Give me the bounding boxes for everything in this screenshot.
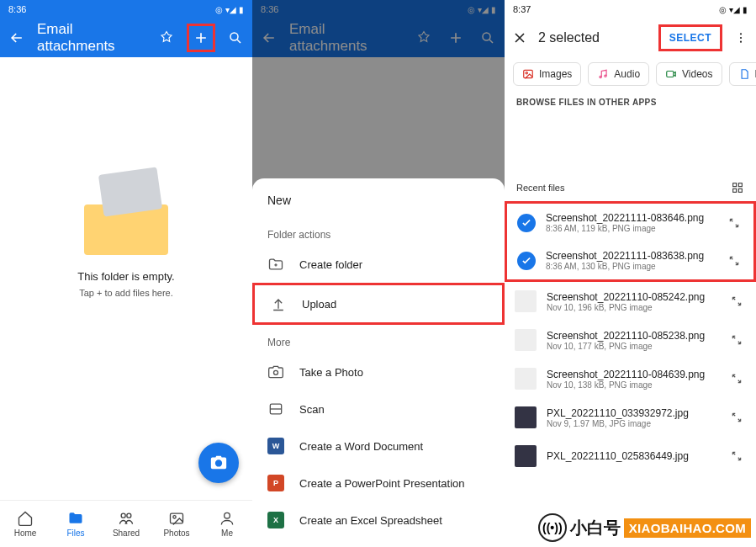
svg-point-14 xyxy=(600,76,601,77)
file-row[interactable]: Screenshot_20221110-085242.pngNov 10, 19… xyxy=(505,282,756,321)
svg-rect-18 xyxy=(738,183,742,187)
svg-point-9 xyxy=(740,33,742,35)
expand-icon[interactable] xyxy=(731,295,746,307)
chip-audio[interactable]: Audio xyxy=(588,62,649,86)
status-icons: ◎ ▾◢ ▮ xyxy=(215,5,244,14)
selection-bar: 2 selected SELECT xyxy=(505,19,756,57)
file-thumbnail xyxy=(515,368,537,390)
expand-icon[interactable] xyxy=(731,373,746,385)
file-list: Screenshot_20221111-083646.png 8:36 AM, … xyxy=(505,201,756,475)
brand-symbol: ((•)) xyxy=(538,513,567,542)
add-button[interactable] xyxy=(187,24,215,52)
powerpoint-icon: P xyxy=(267,475,284,491)
fab-camera[interactable] xyxy=(198,443,239,483)
nav-shared[interactable]: Shared xyxy=(101,501,151,547)
excel-icon: X xyxy=(267,512,284,528)
app-bar: Email attachments xyxy=(0,19,252,57)
nav-photos[interactable]: Photos xyxy=(151,501,202,547)
empty-folder-illustration xyxy=(76,171,177,255)
recent-header: Recent files xyxy=(505,114,756,201)
expand-icon[interactable] xyxy=(728,217,743,229)
status-bar: 8:36 ◎ ▾◢ ▮ xyxy=(0,0,252,19)
status-time: 8:37 xyxy=(513,4,531,14)
browse-header: BROWSE FILES IN OTHER APPS xyxy=(505,94,756,114)
sheet-upload[interactable]: Upload xyxy=(252,283,505,325)
expand-icon[interactable] xyxy=(731,450,746,462)
expand-icon[interactable] xyxy=(728,255,743,267)
svg-point-11 xyxy=(740,41,742,43)
svg-point-13 xyxy=(526,72,527,74)
action-sheet: New Folder actions Create folder Upload … xyxy=(252,178,505,547)
status-bar: 8:37 ◎ ▾◢ ▮ xyxy=(505,0,756,19)
empty-state: This folder is empty. Tap + to add files… xyxy=(0,57,252,411)
file-row[interactable]: Screenshot_20221111-083646.png 8:36 AM, … xyxy=(507,204,753,242)
sheet-scan[interactable]: Scan xyxy=(252,390,505,428)
status-time: 8:36 xyxy=(8,4,26,14)
page-title: Email attachments xyxy=(37,21,146,55)
brand-cn: 小白号 xyxy=(570,517,621,539)
check-icon xyxy=(517,214,536,232)
selection-count: 2 selected xyxy=(538,30,648,45)
svg-rect-12 xyxy=(524,70,533,77)
svg-rect-17 xyxy=(733,183,737,187)
sheet-section-more: More xyxy=(252,325,505,353)
svg-point-15 xyxy=(605,75,606,77)
svg-point-4 xyxy=(173,516,176,518)
svg-rect-20 xyxy=(738,189,742,192)
sheet-excel[interactable]: X Create an Excel Spreadsheet xyxy=(252,502,505,539)
file-row[interactable]: PXL_20221110_025836449.jpg xyxy=(505,437,756,475)
premium-icon[interactable] xyxy=(155,26,178,50)
brand-en: XIAOBAIHAO.COM xyxy=(624,518,751,538)
close-icon[interactable] xyxy=(511,29,528,46)
back-icon[interactable] xyxy=(5,26,29,50)
file-row[interactable]: Screenshot_20221110-085238.pngNov 10, 17… xyxy=(505,321,756,359)
file-thumbnail xyxy=(515,290,537,312)
filter-chips: Images Audio Videos Documents xyxy=(505,57,756,94)
file-thumbnail xyxy=(515,445,537,467)
svg-point-1 xyxy=(121,513,125,518)
sheet-create-folder[interactable]: Create folder xyxy=(252,246,505,283)
status-icons: ◎ ▾◢ ▮ xyxy=(719,5,748,14)
chip-videos[interactable]: Videos xyxy=(656,62,722,86)
grid-view-icon[interactable] xyxy=(731,181,744,194)
nav-files[interactable]: Files xyxy=(50,501,101,547)
svg-point-0 xyxy=(230,33,238,40)
sheet-new[interactable]: New xyxy=(252,178,505,217)
svg-point-5 xyxy=(225,512,230,518)
search-icon[interactable] xyxy=(224,26,247,50)
empty-subtitle: Tap + to add files here. xyxy=(79,288,173,298)
svg-point-10 xyxy=(740,37,742,39)
sheet-word[interactable]: W Create a Word Document xyxy=(252,428,505,465)
file-row[interactable]: Screenshot_20221110-084639.pngNov 10, 13… xyxy=(505,359,756,398)
chip-documents[interactable]: Documents xyxy=(729,62,756,86)
word-icon: W xyxy=(267,438,284,454)
nav-home[interactable]: Home xyxy=(0,501,50,547)
check-icon xyxy=(517,252,536,270)
sheet-take-photo[interactable]: Take a Photo xyxy=(252,353,505,390)
file-thumbnail xyxy=(515,406,537,428)
chip-images[interactable]: Images xyxy=(513,62,581,86)
svg-rect-19 xyxy=(733,189,737,192)
expand-icon[interactable] xyxy=(731,334,746,346)
sheet-section-folder-actions: Folder actions xyxy=(252,217,505,246)
svg-rect-16 xyxy=(667,72,674,77)
nav-me[interactable]: Me xyxy=(202,501,252,547)
file-thumbnail xyxy=(515,329,537,351)
more-icon[interactable] xyxy=(732,31,749,45)
file-row[interactable]: PXL_20221110_033932972.jpgNov 9, 1.97 MB… xyxy=(505,398,756,437)
svg-point-2 xyxy=(127,513,131,518)
bottom-nav: Home Files Shared Photos Me xyxy=(0,500,252,547)
empty-title: This folder is empty. xyxy=(77,270,174,283)
svg-point-7 xyxy=(274,370,278,374)
expand-icon[interactable] xyxy=(731,412,746,423)
file-row[interactable]: Screenshot_20221111-083638.png 8:36 AM, … xyxy=(507,242,753,279)
selected-files-group: Screenshot_20221111-083646.png 8:36 AM, … xyxy=(505,201,756,282)
publisher-brand: ((•)) 小白号 XIAOBAIHAO.COM xyxy=(538,513,751,542)
select-button[interactable]: SELECT xyxy=(658,24,722,51)
sheet-powerpoint[interactable]: P Create a PowerPoint Presentation xyxy=(252,465,505,502)
